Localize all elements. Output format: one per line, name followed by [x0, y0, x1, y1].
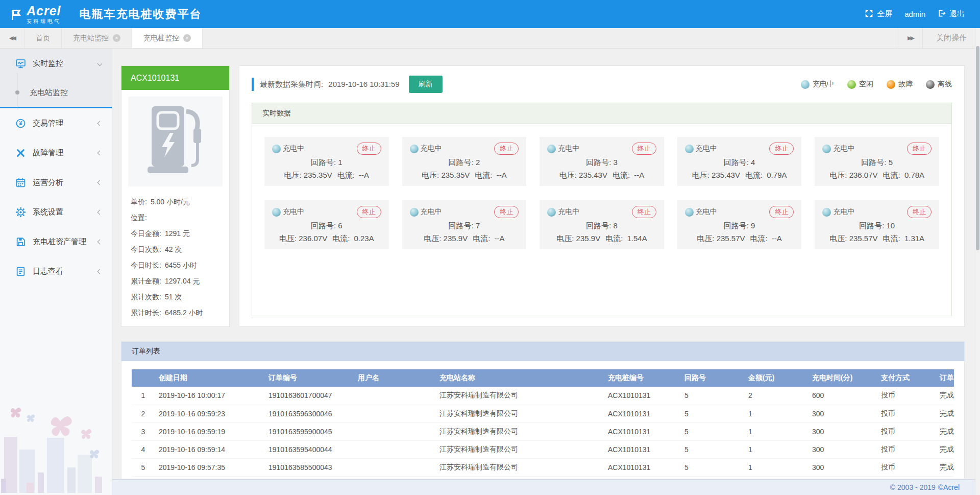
voltage-value: 236.07V: [299, 234, 327, 243]
current-label: 电流:: [612, 171, 632, 179]
station-stats: 单价:5.00 小时/元位置:今日金额:1291 元今日次数:42 次今日时长:…: [121, 193, 229, 322]
acrel-logo[interactable]: Acrel 安科瑞电气: [10, 5, 61, 24]
circuit-status: 充电中: [696, 207, 717, 217]
terminate-button[interactable]: 终止: [907, 206, 932, 218]
voltage-label: 电压:: [422, 171, 441, 179]
circuit-card-2: 充电中终止回路号: 2电压: 235.35V电流: --A: [402, 137, 527, 186]
cell: [354, 387, 435, 405]
logout-icon: [938, 9, 946, 19]
tab-label: 首页: [36, 34, 50, 43]
status-legend: 充电中空闲故障离线: [801, 80, 952, 89]
voltage-value: 235.43V: [579, 171, 607, 179]
sidebar-item-label: 运营分析: [33, 178, 63, 187]
chevron-down-icon: [97, 61, 103, 66]
tab-充电桩监控[interactable]: 充电桩监控×: [132, 28, 203, 48]
sidebar-item-故障管理[interactable]: 故障管理: [0, 138, 112, 168]
cell: [354, 405, 435, 422]
terminate-button[interactable]: 终止: [632, 143, 656, 155]
svg-text:¥: ¥: [19, 120, 22, 126]
terminate-button[interactable]: 终止: [494, 206, 519, 218]
sidebar-subitem-充电站监控[interactable]: 充电站监控: [0, 78, 112, 107]
sidebar-item-label: 日志查看: [33, 267, 63, 276]
charging-status-icon: [547, 145, 556, 153]
status-ball-icon: [887, 80, 895, 89]
legend-label: 离线: [938, 80, 952, 89]
cell: 完成: [936, 387, 954, 405]
current-value: --A: [772, 234, 782, 243]
voltage-value: 236.07V: [849, 171, 878, 179]
orders-col-支付方式: 支付方式: [877, 369, 936, 387]
orders-col-用户名: 用户名: [354, 369, 435, 387]
circuit-card-3: 充电中终止回路号: 3电压: 235.43V电流: --A: [540, 137, 664, 186]
acrel-logo-icon: [10, 8, 23, 21]
close-operations-button[interactable]: 关闭操作: [922, 28, 980, 48]
sidebar-subitem-label: 充电站监控: [30, 88, 68, 98]
terminate-button[interactable]: 终止: [907, 143, 932, 155]
station-summary-card: ACX1010131 单价:5.00 小时/元位置:今日金: [121, 65, 230, 327]
sidebar-item-label: 实时监控: [33, 59, 63, 68]
terminate-button[interactable]: 终止: [632, 206, 656, 218]
cell: 江苏安科瑞制造有限公司: [435, 440, 604, 458]
stat-label: 累计次数:: [131, 293, 161, 301]
tab-close-icon[interactable]: ×: [113, 34, 120, 42]
stat-value: 42 次: [165, 245, 182, 253]
sidebar-watermark-decoration: [0, 401, 112, 495]
charging-status-icon: [547, 208, 556, 217]
cell: 1: [744, 458, 808, 476]
stat-label: 位置:: [131, 214, 147, 222]
current-value: --A: [634, 171, 644, 179]
voltage-label: 电压:: [284, 171, 304, 179]
circuit-card-header: 充电中终止: [410, 143, 519, 155]
cell: 5: [680, 387, 744, 405]
current-label: 电流:: [332, 234, 352, 243]
terminate-button[interactable]: 终止: [769, 143, 794, 155]
circuit-readings: 电压: 235.9V电流: --A: [410, 234, 519, 244]
accent-bar: [252, 78, 254, 91]
sidebar-item-充电桩资产管理[interactable]: 充电桩资产管理: [0, 227, 112, 256]
current-label: 电流:: [337, 171, 357, 179]
voltage-value: 235.9V: [576, 234, 601, 243]
terminate-button[interactable]: 终止: [494, 143, 519, 155]
cell: 300: [808, 440, 877, 458]
legend-充电中: 充电中: [801, 80, 834, 89]
legend-label: 故障: [898, 80, 913, 89]
terminate-button[interactable]: 终止: [357, 206, 381, 218]
stat-label: 累计时长:: [131, 309, 161, 317]
cell: 投币: [877, 405, 936, 422]
user-menu[interactable]: admin: [904, 10, 925, 18]
terminate-button[interactable]: 终止: [357, 143, 381, 155]
tab-充电站监控[interactable]: 充电站监控×: [62, 28, 132, 48]
orders-col-充电桩编号: 充电桩编号: [604, 369, 680, 387]
realtime-monitor-panel: 最新数据采集时间: 2019-10-16 10:31:59 刷新 充电中空闲故障…: [239, 65, 965, 327]
sidebar-item-系统设置[interactable]: 系统设置: [0, 197, 112, 227]
circuit-status: 充电中: [421, 144, 442, 153]
cell: 投币: [877, 440, 936, 458]
terminate-button[interactable]: 终止: [769, 206, 794, 218]
current-value: --A: [359, 171, 369, 179]
stat-value: 1291 元: [165, 229, 190, 238]
scrollbar-thumb[interactable]: [976, 46, 979, 250]
tab-close-icon[interactable]: ×: [183, 34, 191, 42]
refresh-button[interactable]: 刷新: [409, 76, 443, 93]
status-ball-icon: [926, 80, 935, 89]
cell: 5: [680, 440, 744, 458]
sidebar-item-交易管理[interactable]: ¥交易管理: [0, 108, 112, 138]
acrel-footer-link[interactable]: ©Acrel: [938, 483, 960, 491]
current-value: 0.78A: [904, 171, 924, 179]
logout-button[interactable]: 退出: [938, 9, 965, 19]
row-index: 1: [132, 387, 155, 405]
station-stat: 今日金额:1291 元: [131, 226, 220, 242]
tabs-scroll-left-icon[interactable]: ◀◀: [0, 28, 24, 48]
station-stat: 位置:: [131, 210, 220, 226]
cell: 1910163585500043: [264, 458, 354, 476]
voltage-value: 235.35V: [304, 171, 332, 179]
tabs-scroll-right-icon[interactable]: ▶▶: [898, 28, 922, 48]
orders-col-充电站名称: 充电站名称: [435, 369, 604, 387]
legend-空闲: 空闲: [847, 80, 873, 89]
circuit-status: 充电中: [283, 144, 304, 153]
transaction-icon: ¥: [15, 118, 33, 129]
tab-首页[interactable]: 首页: [24, 28, 62, 48]
fullscreen-button[interactable]: 全屏: [865, 9, 892, 19]
sidebar-item-日志查看[interactable]: 日志查看: [0, 256, 112, 286]
sidebar-item-运营分析[interactable]: 运营分析: [0, 168, 112, 197]
